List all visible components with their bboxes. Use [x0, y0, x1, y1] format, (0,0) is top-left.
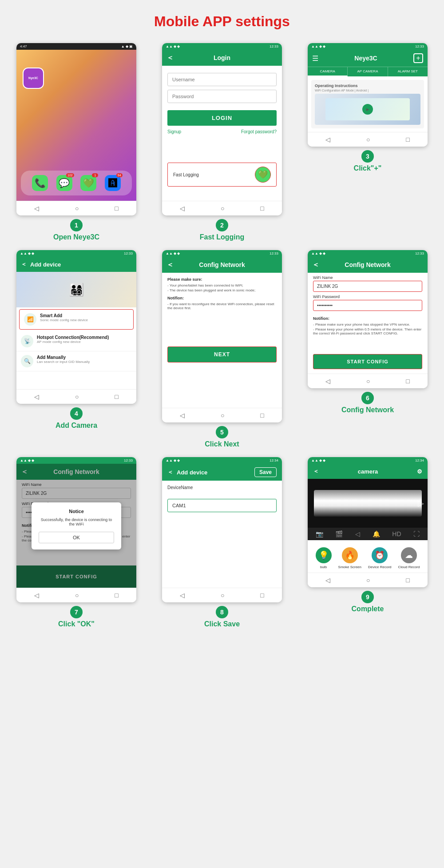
step-9-cell: ▲▲ ◆ ◆ 12:34 ＜ camera ⚙ ▷ 📷 🎬 ◁ 🔔 [300, 457, 435, 628]
recent-nav-6[interactable]: □ [406, 378, 409, 385]
back-nav-2[interactable]: ◁ [180, 205, 185, 212]
smart-add-method[interactable]: 📶 Smart Add Sonic mode config new device [19, 309, 134, 330]
signal-5: ▲▲ ◆ ◆ [166, 251, 180, 255]
add-device-back-8[interactable]: ＜ [167, 468, 173, 476]
username-input[interactable] [167, 73, 277, 86]
password-input[interactable] [167, 90, 277, 103]
smart-add-info: Smart Add Sonic mode config new device [40, 313, 88, 322]
back-nav-icon[interactable]: ◁ [34, 205, 39, 212]
home-nav-6[interactable]: ○ [366, 378, 370, 385]
time-2: 12:33 [270, 44, 278, 48]
config-back-5[interactable]: ＜ [166, 260, 174, 270]
add-device-back[interactable]: ＜ [21, 260, 27, 268]
login-form: LOGIN Signup Forgot password? [162, 66, 282, 159]
config-body-5: Please make sure: - Your phone/tablet ha… [162, 273, 282, 342]
plus-button[interactable]: + [413, 53, 423, 63]
expand-icon[interactable]: ▷ [418, 498, 424, 508]
home-nav-9[interactable]: ○ [366, 577, 370, 584]
wifi-name-input[interactable] [313, 281, 422, 292]
hotspot-method[interactable]: 📡 Hotspot Connection(Recommend) AP mode … [16, 331, 136, 351]
back-nav-9[interactable]: ◁ [325, 577, 330, 584]
phone-2-frame: ▲▲ ◆ ◆ 12:33 ＜ Login LOGIN Signup Forgot… [162, 43, 282, 215]
play-button[interactable]: ▶ [362, 104, 373, 115]
dock-wechat-icon[interactable]: 💚 1 [80, 175, 96, 191]
dock-message-icon[interactable]: 💬 102 [56, 175, 72, 191]
camera-bottom-actions: 💡 bulb 🔥 Smoke Screen ⏰ Device Record ☁ … [308, 540, 428, 573]
signup-link[interactable]: Signup [167, 129, 181, 134]
smart-add-icon: 📶 [24, 313, 36, 326]
phone-6-frame: ▲▲ ◆ ◆ 12:33 ＜ Config Network WiFi Name … [308, 250, 428, 388]
cloud-record-action[interactable]: ☁ Cloud Record [398, 547, 420, 569]
back-nav-4[interactable]: ◁ [34, 393, 39, 400]
back-nav-6[interactable]: ◁ [325, 378, 330, 385]
dock-phone-icon[interactable]: 📞 [32, 175, 48, 191]
signal-8: ▲▲ ◆ ◆ [166, 458, 180, 462]
recent-nav-2[interactable]: □ [260, 205, 264, 212]
back-ctrl-icon[interactable]: ◁ [355, 530, 360, 538]
note-1: - Your phone/tablet has been connected t… [167, 283, 277, 287]
neye3c-app-icon[interactable]: Nye3C [23, 68, 44, 89]
start-config-button-6[interactable]: START CONFIG [313, 354, 422, 369]
notice-message: Successfully, the device is connecting t… [39, 518, 115, 526]
login-back-btn[interactable]: ＜ [166, 53, 174, 63]
back-nav-5[interactable]: ◁ [180, 412, 185, 419]
recent-nav-3[interactable]: □ [406, 136, 409, 143]
camera-settings-icon[interactable]: ⚙ [417, 468, 422, 475]
notice-ok-button[interactable]: OK [39, 532, 115, 543]
save-button[interactable]: Save [254, 467, 277, 477]
tab-camera[interactable]: CAMERA [308, 67, 348, 76]
camera-back-btn[interactable]: ＜ [313, 467, 319, 475]
screenshot-icon[interactable]: 📷 [316, 530, 323, 538]
back-nav-3[interactable]: ◁ [325, 136, 330, 143]
tab-alarm-set[interactable]: ALARM SET [388, 67, 428, 76]
recent-nav-7[interactable]: □ [115, 592, 118, 599]
home-nav-8[interactable]: ○ [221, 592, 224, 599]
config-back-6[interactable]: ＜ [312, 260, 319, 270]
fast-logging-label: Fast Logging [173, 172, 199, 177]
home-nav-2[interactable]: ○ [221, 205, 224, 212]
home-nav-icon[interactable]: ○ [75, 205, 79, 212]
fullscreen-icon[interactable]: ⛶ [413, 530, 420, 538]
wechat-login-icon[interactable]: 💚 [255, 167, 271, 183]
hd-icon[interactable]: HD [392, 530, 401, 538]
login-button[interactable]: LOGIN [167, 110, 277, 126]
back-nav-8[interactable]: ◁ [180, 592, 185, 599]
camera-title: camera [358, 468, 378, 475]
recent-nav-8[interactable]: □ [260, 592, 264, 599]
add-device-left: ＜ Add device [167, 468, 207, 476]
time-3: 12:33 [415, 44, 424, 48]
next-button[interactable]: NEXT [167, 346, 277, 362]
step-6-badge: 6 [361, 392, 374, 404]
add-device-img: 👨‍👩‍👧‍👦 [16, 272, 136, 307]
signal-3: ▲▲ ◆ ◆ [311, 44, 325, 48]
hamburger-icon[interactable]: ☰ [312, 54, 318, 63]
manual-method[interactable]: 🔍 Add Manually Lan search or input GID M… [16, 351, 136, 371]
manual-info: Add Manually Lan search or input GID Man… [37, 355, 90, 364]
recent-nav-5[interactable]: □ [260, 412, 264, 419]
bulb-action[interactable]: 💡 bulb [316, 547, 332, 569]
mic-icon[interactable]: 🔔 [373, 530, 380, 538]
step-4-badge: 4 [70, 407, 83, 420]
recent-nav-4[interactable]: □ [115, 393, 118, 400]
tab-ap-camera[interactable]: AP CAMERA [348, 67, 388, 76]
device-record-action[interactable]: ⏰ Device Record [368, 547, 391, 569]
notifion-2-6: - Please keep your phone within 0.5 mete… [313, 327, 422, 335]
hotspot-info: Hotspot Connection(Recommend) AP mode co… [37, 335, 109, 344]
home-nav-7[interactable]: ○ [75, 592, 79, 599]
recent-nav-icon[interactable]: □ [115, 205, 118, 212]
smoke-screen-action[interactable]: 🔥 Smoke Screen [338, 547, 361, 569]
step-7-badge: 7 [70, 606, 83, 618]
record-icon[interactable]: 🎬 [335, 530, 343, 538]
recent-nav-9[interactable]: □ [406, 577, 409, 584]
dock-alipay-icon[interactable]: 🅰 94 [105, 175, 121, 191]
wifi-password-input[interactable] [313, 300, 422, 311]
fast-logging-section[interactable]: Fast Logging 💚 [167, 163, 277, 187]
home-nav-4[interactable]: ○ [75, 393, 79, 400]
camera-view: ▷ [308, 479, 428, 528]
back-nav-7[interactable]: ◁ [34, 592, 39, 599]
home-nav-3[interactable]: ○ [366, 136, 370, 143]
device-name-input-8[interactable] [167, 499, 277, 512]
home-nav-5[interactable]: ○ [221, 412, 224, 419]
status-bar-5: ▲▲ ◆ ◆ 12:33 [162, 250, 282, 257]
forgot-link[interactable]: Forgot password? [241, 129, 277, 134]
